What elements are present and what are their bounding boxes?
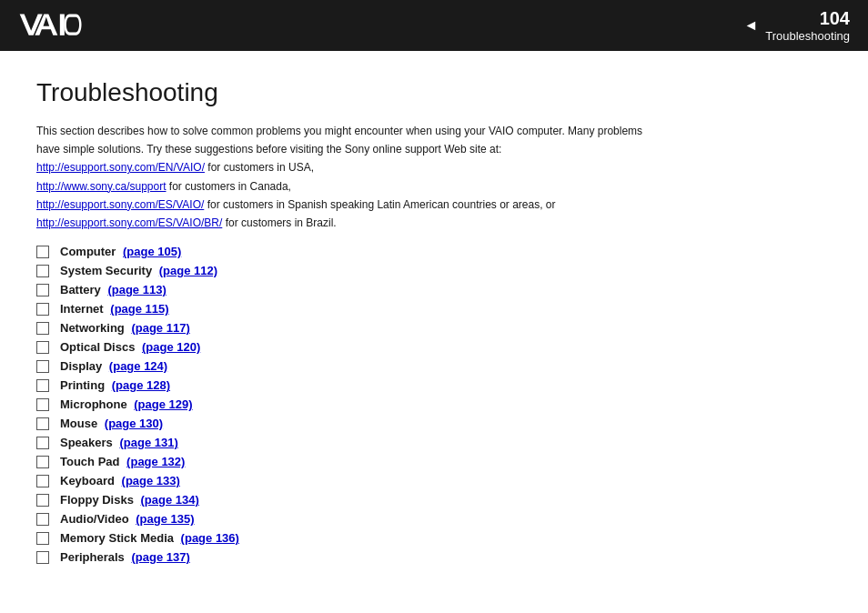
checkbox-icon [36, 284, 49, 296]
item-page-link[interactable]: (page 120) [142, 340, 200, 354]
item-page-link[interactable]: (page 129) [134, 397, 192, 411]
checkbox-icon [36, 398, 49, 411]
toc-item: Battery (page 113) [36, 283, 832, 296]
checkbox-icon [36, 456, 49, 468]
item-label: Internet (page 115) [60, 302, 169, 316]
svg-rect-0 [60, 15, 65, 35]
item-label: Display (page 124) [60, 359, 167, 373]
item-label: Mouse (page 130) [60, 417, 163, 430]
item-page-link[interactable]: (page 130) [105, 417, 163, 430]
toc-item: Speakers (page 131) [36, 436, 832, 449]
header: ◄ 104 Troubleshooting [0, 0, 868, 51]
toc-item: Microphone (page 129) [36, 397, 832, 411]
toc-item: Printing (page 128) [36, 378, 832, 392]
toc-list: Computer (page 105)System Security (page… [36, 245, 832, 564]
section-title: Troubleshooting [765, 29, 850, 43]
item-page-link[interactable]: (page 136) [181, 531, 239, 545]
toc-item: Floppy Disks (page 134) [36, 493, 832, 507]
toc-item: Computer (page 105) [36, 245, 832, 258]
item-label: Networking (page 117) [60, 321, 190, 335]
checkbox-icon [36, 475, 49, 487]
item-page-link[interactable]: (page 131) [119, 436, 177, 449]
checkbox-icon [36, 265, 49, 277]
main-content: Troubleshooting This section describes h… [0, 51, 868, 613]
item-label: Battery (page 113) [60, 283, 167, 296]
item-page-link[interactable]: (page 134) [141, 493, 199, 507]
toc-item: Touch Pad (page 132) [36, 455, 832, 468]
vaio-logo-svg [18, 11, 109, 40]
checkbox-icon [36, 341, 49, 354]
toc-item: Internet (page 115) [36, 302, 832, 316]
page-number: 104 [820, 8, 850, 29]
checkbox-icon [36, 303, 49, 316]
item-page-link[interactable]: (page 128) [112, 378, 170, 392]
item-label: Memory Stick Media (page 136) [60, 531, 239, 545]
link-usa[interactable]: http://esupport.sony.com/EN/VAIO/ [36, 161, 205, 174]
item-label: Microphone (page 129) [60, 397, 193, 411]
link2-suffix: for customers in Canada, [167, 180, 291, 193]
link4-suffix: for customers in Brazil. [222, 216, 336, 229]
item-label: Floppy Disks (page 134) [60, 493, 199, 507]
checkbox-icon [36, 246, 49, 258]
toc-item: Memory Stick Media (page 136) [36, 531, 832, 545]
toc-item: Mouse (page 130) [36, 417, 832, 430]
toc-item: Peripherals (page 137) [36, 550, 832, 564]
item-label: Computer (page 105) [60, 245, 181, 258]
item-label: Speakers (page 131) [60, 436, 178, 449]
item-page-link[interactable]: (page 124) [109, 359, 167, 373]
intro-line1: This section describes how to solve comm… [36, 125, 642, 137]
toc-item: System Security (page 112) [36, 264, 832, 277]
link-canada[interactable]: http://www.sony.ca/support [36, 180, 167, 193]
link-latin-america[interactable]: http://esupport.sony.com/ES/VAIO/ [36, 198, 204, 211]
checkbox-icon [36, 379, 49, 392]
link3-suffix: for customers in Spanish speaking Latin … [204, 198, 555, 211]
item-page-link[interactable]: (page 117) [131, 321, 189, 335]
link1-suffix: for customers in USA, [205, 161, 314, 174]
vaio-logo [18, 11, 109, 40]
item-page-link[interactable]: (page 115) [110, 302, 168, 316]
checkbox-icon [36, 494, 49, 507]
item-label: Peripherals (page 137) [60, 550, 190, 564]
toc-item: Audio/Video (page 135) [36, 512, 832, 526]
item-page-link[interactable]: (page 132) [126, 455, 185, 468]
item-label: Audio/Video (page 135) [60, 512, 195, 526]
checkbox-icon [36, 513, 49, 526]
item-label: System Security (page 112) [60, 264, 217, 277]
checkbox-icon [36, 532, 49, 545]
nav-arrow: ◄ [743, 17, 758, 34]
checkbox-icon [36, 437, 49, 449]
item-page-link[interactable]: (page 112) [159, 264, 217, 277]
checkbox-icon [36, 417, 49, 430]
item-page-link[interactable]: (page 105) [123, 245, 181, 258]
item-label: Printing (page 128) [60, 378, 170, 392]
toc-item: Optical Discs (page 120) [36, 340, 832, 354]
intro-block: This section describes how to solve comm… [36, 122, 832, 232]
item-page-link[interactable]: (page 137) [131, 550, 189, 564]
toc-item: Display (page 124) [36, 359, 832, 373]
link-brazil[interactable]: http://esupport.sony.com/ES/VAIO/BR/ [36, 216, 222, 229]
item-label: Optical Discs (page 120) [60, 340, 200, 354]
item-page-link[interactable]: (page 135) [136, 512, 194, 526]
checkbox-icon [36, 322, 49, 335]
checkbox-icon [36, 551, 49, 564]
item-page-link[interactable]: (page 133) [122, 474, 180, 487]
item-page-link[interactable]: (page 113) [107, 283, 166, 296]
page-title: Troubleshooting [36, 78, 832, 107]
toc-item: Networking (page 117) [36, 321, 832, 335]
item-label: Touch Pad (page 132) [60, 455, 185, 468]
intro-line2: have simple solutions. Try these suggest… [36, 143, 501, 156]
toc-item: Keyboard (page 133) [36, 474, 832, 487]
item-label: Keyboard (page 133) [60, 474, 180, 487]
checkbox-icon [36, 360, 49, 373]
header-right: ◄ 104 Troubleshooting [743, 8, 850, 43]
